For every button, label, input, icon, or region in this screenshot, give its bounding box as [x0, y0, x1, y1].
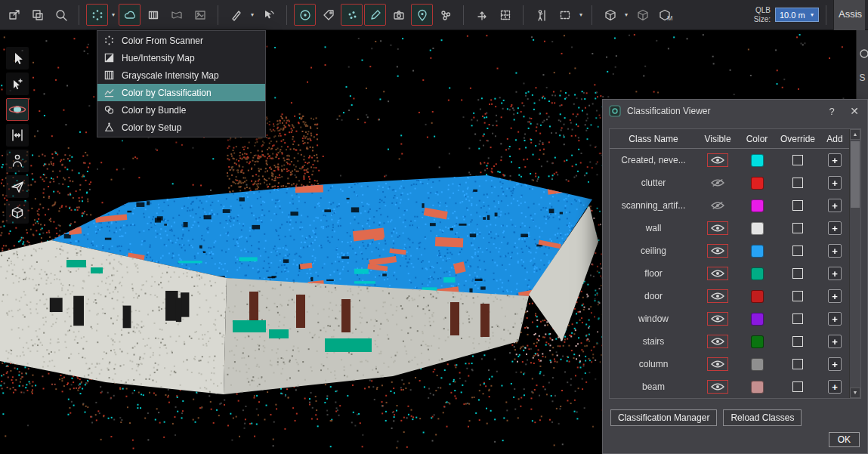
assistant-panel-header[interactable]: Assis — [833, 0, 865, 30]
scrollbar-thumb[interactable] — [851, 141, 860, 208]
assistant-avatar-icon[interactable] — [857, 48, 868, 59]
zoom-window-button[interactable] — [50, 4, 72, 26]
windows-layout-button[interactable] — [26, 4, 48, 26]
override-checkbox[interactable] — [792, 268, 803, 279]
add-button[interactable]: + — [828, 357, 842, 371]
view-cube-button[interactable] — [599, 4, 621, 26]
point-cloud-icon — [345, 8, 359, 22]
model-cube-button[interactable]: M — [655, 4, 677, 26]
visibility-eye-button[interactable] — [707, 335, 728, 348]
measure-tools-caret[interactable]: ▾ — [249, 11, 256, 18]
override-checkbox[interactable] — [792, 178, 803, 188]
sample-grid-button[interactable] — [494, 4, 516, 26]
panorama-button[interactable] — [165, 4, 187, 26]
fence-select-caret[interactable]: ▾ — [577, 11, 585, 18]
images-button[interactable] — [189, 4, 211, 26]
pick-signal-button[interactable] — [258, 4, 280, 26]
override-checkbox[interactable] — [792, 313, 803, 324]
color-swatch[interactable] — [751, 222, 764, 235]
visibility-eye-button[interactable] — [707, 176, 728, 190]
visibility-eye-button[interactable] — [707, 289, 728, 303]
close-button[interactable]: ✕ — [846, 103, 863, 119]
qlb-size-caret[interactable]: ▾ — [808, 11, 816, 18]
add-button[interactable]: + — [828, 176, 842, 190]
geotag-button[interactable] — [411, 4, 433, 26]
panel-titlebar[interactable]: Classification Viewer ? ✕ — [603, 100, 867, 122]
visibility-eye-button[interactable] — [707, 380, 728, 394]
override-checkbox[interactable] — [792, 155, 803, 165]
color-swatch[interactable] — [751, 245, 764, 258]
walkthrough-button[interactable] — [6, 150, 29, 172]
override-checkbox[interactable] — [792, 223, 803, 233]
menu-item-color-by-bundle[interactable]: Color by Bundle — [97, 101, 265, 119]
menu-item-grayscale-intensity[interactable]: Grayscale Intensity Map — [97, 66, 265, 84]
color-mode-caret[interactable]: ▾ — [110, 11, 117, 18]
color-swatch[interactable] — [751, 290, 764, 303]
view-cube-caret[interactable]: ▾ — [622, 11, 630, 18]
tag-button[interactable] — [317, 4, 339, 26]
visibility-eye-button[interactable] — [707, 244, 728, 258]
snapshot-button[interactable] — [388, 4, 409, 26]
grayscale-map-button[interactable] — [142, 4, 164, 26]
add-button[interactable]: + — [828, 244, 842, 258]
color-swatch[interactable] — [751, 199, 764, 212]
color-swatch[interactable] — [751, 154, 764, 167]
add-button[interactable]: + — [828, 153, 842, 167]
fly-button[interactable] — [6, 175, 29, 198]
visibility-eye-button[interactable] — [707, 221, 728, 235]
color-swatch[interactable] — [751, 381, 764, 394]
wire-cube-button[interactable] — [632, 4, 653, 26]
fence-select-button[interactable] — [554, 4, 576, 26]
override-checkbox[interactable] — [792, 336, 803, 347]
add-button[interactable]: + — [828, 221, 842, 235]
add-button[interactable]: + — [828, 335, 842, 348]
color-swatch[interactable] — [751, 267, 764, 280]
override-checkbox[interactable] — [792, 291, 803, 301]
color-swatch[interactable] — [751, 313, 764, 326]
override-checkbox[interactable] — [792, 246, 803, 256]
menu-item-color-by-classification[interactable]: Color by Classification — [97, 84, 265, 101]
measure-tools-button[interactable] — [225, 4, 247, 26]
add-button[interactable]: + — [828, 289, 842, 303]
add-button[interactable]: + — [828, 312, 842, 326]
color-swatch[interactable] — [751, 177, 764, 190]
register-scan-button[interactable] — [3, 4, 25, 26]
markup-pen-button[interactable] — [364, 4, 386, 26]
override-checkbox[interactable] — [792, 359, 803, 369]
setups-button[interactable] — [434, 4, 456, 26]
orbit-button[interactable] — [6, 98, 29, 121]
scroll-up-icon[interactable]: ▲ — [850, 129, 860, 140]
visibility-eye-button[interactable] — [707, 199, 728, 212]
color-swatch[interactable] — [751, 335, 764, 348]
ok-button[interactable]: OK — [829, 432, 860, 447]
pick-point-button[interactable] — [6, 73, 29, 95]
help-button[interactable]: ? — [823, 103, 840, 119]
limit-box-button[interactable] — [294, 4, 316, 26]
reload-classes-button[interactable]: Reload Classes — [723, 409, 802, 426]
visibility-eye-button[interactable] — [707, 267, 728, 280]
color-from-scanner-button[interactable] — [86, 4, 108, 26]
qlb-size-select[interactable]: 10.0 m ▾ — [775, 8, 819, 22]
center-view-button[interactable] — [6, 124, 29, 147]
override-checkbox[interactable] — [792, 381, 803, 392]
visibility-eye-button[interactable] — [707, 312, 728, 326]
add-button[interactable]: + — [828, 380, 842, 394]
add-button[interactable]: + — [828, 199, 842, 212]
perspective-box-button[interactable] — [6, 201, 29, 224]
menu-item-color-from-scanner[interactable]: Color From Scanner — [97, 32, 265, 49]
color-options-button[interactable] — [119, 4, 141, 26]
override-checkbox[interactable] — [792, 200, 803, 211]
visibility-eye-button[interactable] — [707, 153, 728, 167]
point-cloud-button[interactable] — [341, 4, 363, 26]
scroll-down-icon[interactable]: ▼ — [850, 388, 860, 398]
color-swatch[interactable] — [751, 358, 764, 371]
visibility-eye-button[interactable] — [707, 357, 728, 371]
menu-item-hue-intensity[interactable]: Hue/Intensity Map — [97, 49, 265, 66]
add-button[interactable]: + — [828, 267, 842, 280]
assistant-s-icon[interactable]: S — [859, 73, 865, 83]
move-station-button[interactable] — [471, 4, 493, 26]
menu-item-color-by-setup[interactable]: Color by Setup — [97, 119, 265, 136]
select-cursor-button[interactable] — [6, 47, 29, 69]
classification-manager-button[interactable]: Classification Manager — [610, 409, 717, 426]
surveyor-button[interactable] — [530, 4, 552, 26]
